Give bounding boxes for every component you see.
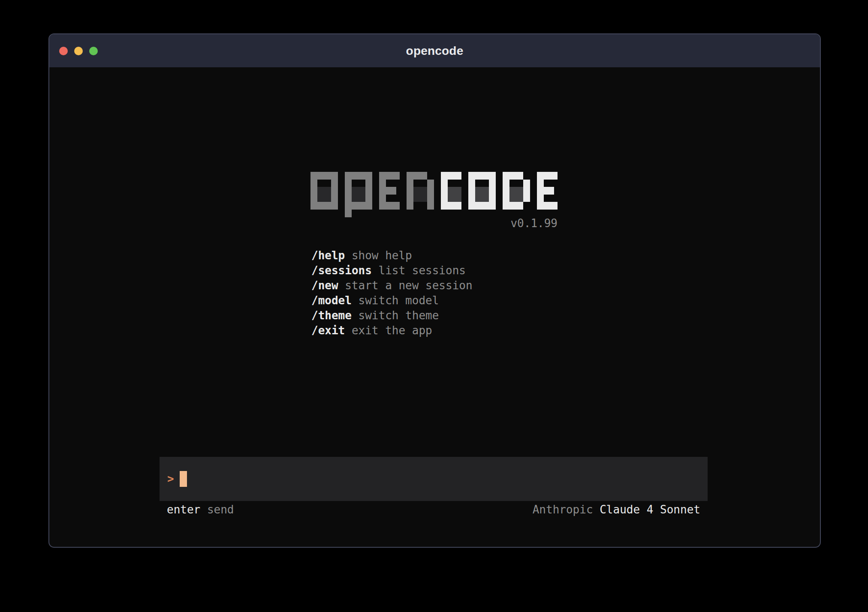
command-desc: switch theme xyxy=(359,309,439,322)
command-name: /new xyxy=(311,279,338,292)
command-desc: exit the app xyxy=(352,324,432,337)
prompt-icon: > xyxy=(167,457,174,501)
key-hint: entersend xyxy=(167,502,234,517)
command-item: /helpshow help xyxy=(311,248,473,263)
opencode-logo xyxy=(310,172,558,217)
command-desc: show help xyxy=(352,249,412,262)
command-item: /themeswitch theme xyxy=(311,308,473,323)
message-input[interactable]: > xyxy=(160,457,708,501)
model-provider: Anthropic xyxy=(533,503,593,516)
command-item: /exitexit the app xyxy=(311,323,473,338)
command-item: /modelswitch model xyxy=(311,293,473,308)
model-name: Claude 4 Sonnet xyxy=(600,503,700,516)
command-desc: start a new session xyxy=(345,279,472,292)
command-name: /exit xyxy=(311,324,345,337)
statusbar: entersend AnthropicClaude 4 Sonnet xyxy=(160,502,708,517)
command-name: /help xyxy=(311,249,345,262)
version-label: v0.1.99 xyxy=(310,216,558,231)
titlebar[interactable]: opencode xyxy=(49,34,820,67)
command-name: /sessions xyxy=(311,264,372,277)
close-button[interactable] xyxy=(59,47,68,55)
command-desc: switch model xyxy=(359,294,439,307)
window-title: opencode xyxy=(406,44,464,58)
command-item: /newstart a new session xyxy=(311,278,473,293)
minimize-button[interactable] xyxy=(74,47,83,55)
command-desc: list sessions xyxy=(378,264,466,277)
command-list: /helpshow help /sessionslist sessions /n… xyxy=(311,248,473,338)
opencode-window: opencode v0.1.99 /helpshow help /session… xyxy=(48,33,821,548)
command-item: /sessionslist sessions xyxy=(311,263,473,278)
command-name: /theme xyxy=(311,309,352,322)
key-hint-action: send xyxy=(207,503,234,516)
traffic-lights xyxy=(59,34,98,67)
model-indicator: AnthropicClaude 4 Sonnet xyxy=(533,502,700,517)
command-name: /model xyxy=(311,294,352,307)
zoom-button[interactable] xyxy=(89,47,98,55)
key-hint-key: enter xyxy=(167,503,200,516)
text-cursor-icon xyxy=(180,471,187,487)
